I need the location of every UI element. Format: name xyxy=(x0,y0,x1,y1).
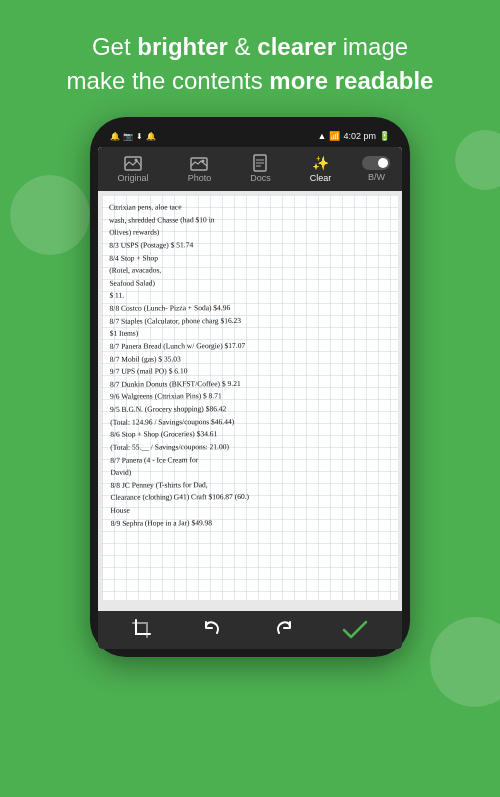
handwriting-line: 8/7 Panera Bread (Lunch w/ Georgie) $17.… xyxy=(110,339,390,352)
handwriting-line: 9/7 UPS (mail PO) $ 6.10 xyxy=(110,365,390,378)
handwriting-content: Cttrixian pens, aloe tacewash, shredded … xyxy=(102,195,398,600)
toggle-switch[interactable] xyxy=(362,156,390,170)
handwriting-line: wash, shredded Chasse (had $10 in xyxy=(109,213,389,226)
battery-icon: 🔋 xyxy=(379,131,390,141)
tab-clear-label: Clear xyxy=(310,173,332,183)
handwriting-line: 8/8 JC Penney (T-shirts for Dad, xyxy=(110,478,390,491)
tab-photo-label: Photo xyxy=(188,173,212,183)
bw-label: B/W xyxy=(368,172,385,182)
handwriting-line: Olives) rewards) xyxy=(109,226,389,239)
handwriting-line: 8/7 Mobil (gas) $ 35.03 xyxy=(110,352,390,365)
bottom-toolbar xyxy=(98,611,402,649)
handwriting-line: 8/4 Stop + Shop xyxy=(109,251,389,264)
docs-icon xyxy=(250,155,270,171)
handwriting-line: Clearance (clothing) G41) Craft $106.87 … xyxy=(110,491,390,504)
header-bold-readable: more readable xyxy=(269,67,433,94)
status-bar-left-icons: 🔔 📷 ⬇ 🔔 xyxy=(110,132,156,141)
handwriting-line: 8/7 Dunkin Donuts (BKFST/Coffee) $ 9.21 xyxy=(110,377,390,390)
handwriting-line: 8/9 Sephra (Hope in a Jar) $49.98 xyxy=(111,516,391,529)
notification-icon: 🔔 xyxy=(110,132,120,141)
redo-button[interactable] xyxy=(272,619,294,641)
header-bold-brighter: brighter xyxy=(137,33,228,60)
handwriting-line: Seafood Salad) xyxy=(109,276,389,289)
handwriting-line: 8/7 Panera (4 - Ice Cream for xyxy=(110,453,390,466)
download-icon: ⬇ xyxy=(136,132,143,141)
tab-photo[interactable]: Photo xyxy=(180,153,220,185)
document-area: Cttrixian pens, aloe tacewash, shredded … xyxy=(98,191,402,611)
header-line1: Get brighter & clearer image xyxy=(20,30,480,64)
header-bold-clearer: clearer xyxy=(257,33,336,60)
handwriting-line: Cttrixian pens, aloe tace xyxy=(109,200,389,213)
handwriting-line: $ 11. xyxy=(109,289,389,302)
header: Get brighter & clearer image make the co… xyxy=(0,0,500,117)
phone-screen: Original Photo xyxy=(98,147,402,649)
header-line2: make the contents more readable xyxy=(20,64,480,98)
handwriting-line: (Rotel, avacados, xyxy=(109,264,389,277)
signal-icon: 📶 xyxy=(329,131,340,141)
handwriting-line: 8/7 Staples (Calculator, phone charg $16… xyxy=(110,314,390,327)
crop-button[interactable] xyxy=(132,619,154,641)
tab-original-label: Original xyxy=(118,173,149,183)
app-tab-bar: Original Photo xyxy=(98,147,402,191)
svg-point-1 xyxy=(135,158,138,161)
confirm-button[interactable] xyxy=(342,619,368,641)
handwriting-line: $1 Items) xyxy=(110,327,390,340)
clear-icon: ✨ xyxy=(311,155,331,171)
handwriting-line: (Total: 124.96 / Savings/coupons $46.44) xyxy=(110,415,390,428)
original-icon xyxy=(123,155,143,171)
bw-toggle[interactable]: B/W xyxy=(362,156,390,182)
svg-point-3 xyxy=(202,159,205,162)
tab-docs[interactable]: Docs xyxy=(242,153,279,185)
status-bar-right-icons: ▲ 📶 4:02 pm 🔋 xyxy=(318,131,390,141)
handwriting-line: 9/6 Walgreens (Cttrixian Pins) $ 8.71 xyxy=(110,390,390,403)
handwriting-line: (Total: 55.__ / Savings/coupons: 21.00) xyxy=(110,440,390,453)
handwriting-line: 8/8 Costco (Lunch- Pizza + Soda) $4.96 xyxy=(110,301,390,314)
extra-icon: 🔔 xyxy=(146,132,156,141)
tab-original[interactable]: Original xyxy=(110,153,157,185)
wifi-icon: ▲ xyxy=(318,131,327,141)
handwriting-line: David) xyxy=(110,466,390,479)
photo-icon xyxy=(189,155,209,171)
screenshot-icon: 📷 xyxy=(123,132,133,141)
bg-circle-left xyxy=(10,175,90,255)
handwriting-line: 8/3 USPS (Postage) $ 51.74 xyxy=(109,238,389,251)
time-display: 4:02 pm xyxy=(343,131,376,141)
document-paper: Cttrixian pens, aloe tacewash, shredded … xyxy=(102,195,398,600)
tab-docs-label: Docs xyxy=(250,173,271,183)
handwriting-line: 9/5 B.G.N. (Grocery shopping) $86.42 xyxy=(110,402,390,415)
phone: 🔔 📷 ⬇ 🔔 ▲ 📶 4:02 pm 🔋 xyxy=(90,117,410,657)
status-bar: 🔔 📷 ⬇ 🔔 ▲ 📶 4:02 pm 🔋 xyxy=(98,129,402,147)
undo-button[interactable] xyxy=(202,619,224,641)
handwriting-line: House xyxy=(111,503,391,516)
handwriting-line: 8/6 Stop + Shop (Groceries) $34.61 xyxy=(110,428,390,441)
tab-clear[interactable]: ✨ Clear xyxy=(302,153,340,185)
